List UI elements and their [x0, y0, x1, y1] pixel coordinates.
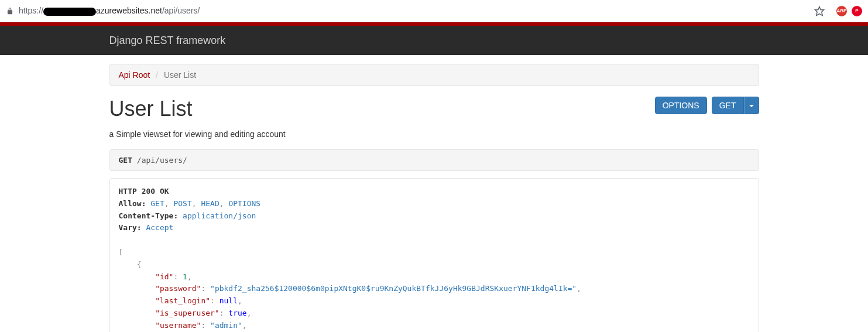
- allow-header-label: Allow:: [119, 199, 146, 208]
- get-button[interactable]: GET: [712, 97, 744, 114]
- action-buttons: OPTIONS GET: [655, 97, 759, 114]
- request-box: GET /api/users/: [109, 149, 759, 171]
- vary-header-label: Vary:: [119, 223, 142, 232]
- breadcrumb-sep: /: [156, 70, 158, 80]
- breadcrumb-root[interactable]: Api Root: [119, 70, 150, 80]
- browser-address-bar: https://azurewebsites.net/api/users/ ABP…: [0, 0, 868, 22]
- breadcrumb-current: User List: [164, 70, 196, 80]
- redacted-host: [43, 8, 96, 16]
- allow-header-value: OPTIONS: [228, 199, 260, 208]
- content-type-header-label: Content-Type:: [119, 211, 179, 220]
- breadcrumb: Api Root / User List: [109, 64, 759, 86]
- request-path: /api/users/: [137, 156, 187, 165]
- options-button[interactable]: OPTIONS: [655, 97, 707, 114]
- vary-header-value: Accept: [146, 223, 173, 232]
- url-text[interactable]: https://azurewebsites.net/api/users/: [19, 6, 814, 15]
- navbar: Django REST framework: [0, 26, 868, 55]
- svg-marker-0: [815, 6, 824, 15]
- content-type-header-value: application/json: [183, 211, 256, 220]
- bookmark-star-icon[interactable]: [814, 6, 825, 16]
- status-line: HTTP 200 OK: [119, 187, 169, 196]
- request-method: GET: [119, 156, 132, 165]
- allow-header-value: GET: [150, 199, 164, 208]
- lock-icon: [6, 7, 14, 15]
- page-description: a Simple viewset for viewing and editing…: [109, 129, 759, 139]
- adblock-extension-icon[interactable]: ABP: [836, 6, 847, 16]
- pinterest-extension-icon[interactable]: P: [852, 6, 862, 16]
- allow-header-value: POST: [173, 199, 191, 208]
- page-title: User List: [109, 97, 655, 121]
- get-button-group: GET: [712, 97, 759, 114]
- navbar-brand[interactable]: Django REST framework: [109, 35, 226, 46]
- caret-down-icon: [749, 105, 754, 107]
- response-box: HTTP 200 OK Allow: GET, POST, HEAD, OPTI…: [109, 178, 759, 332]
- get-dropdown-button[interactable]: [744, 97, 759, 114]
- allow-header-value: HEAD: [201, 199, 219, 208]
